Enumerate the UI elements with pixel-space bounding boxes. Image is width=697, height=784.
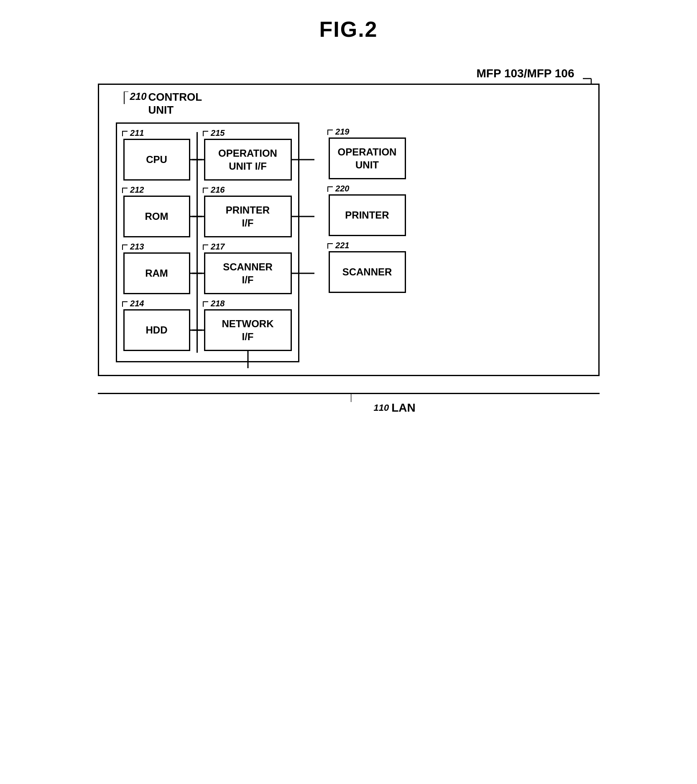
cpu-box: 211 CPU bbox=[123, 139, 190, 181]
cpu-ref: 211 bbox=[122, 128, 144, 138]
scanner-label: SCANNER bbox=[342, 265, 392, 278]
ram-box: 213 RAM bbox=[123, 252, 190, 294]
rom-ref: 212 bbox=[122, 185, 144, 195]
lan-name: LAN bbox=[391, 401, 416, 415]
op-unit-if-right-conn bbox=[292, 159, 314, 160]
lan-label: 110 LAN bbox=[374, 401, 416, 415]
control-unit-text1: CONTROL bbox=[148, 91, 202, 104]
control-unit-text2: UNIT bbox=[148, 104, 202, 117]
control-unit-label: 210 CONTROL UNIT bbox=[120, 91, 202, 117]
ram-ref: 213 bbox=[122, 242, 144, 252]
scanner-if-left-conn bbox=[192, 273, 204, 274]
printer-if-label: PRINTERI/F bbox=[226, 204, 270, 229]
hdd-ref: 214 bbox=[122, 299, 144, 308]
network-to-lan-line bbox=[247, 350, 248, 368]
op-unit-if-left-conn bbox=[192, 159, 204, 160]
op-unit-box: 219 OPERATIONUNIT bbox=[329, 137, 406, 179]
ram-label: RAM bbox=[145, 267, 168, 280]
scanner-if-ref: 217 bbox=[203, 242, 225, 252]
printer-ref: 220 bbox=[327, 184, 350, 193]
hdd-label: HDD bbox=[146, 323, 168, 336]
op-unit-if-box: 215 OPERATIONUNIT I/F bbox=[204, 139, 292, 181]
printer-if-right-conn bbox=[292, 216, 314, 217]
lan-section: 110 LAN bbox=[98, 376, 600, 439]
scanner-if-right-conn bbox=[292, 273, 314, 274]
op-unit-if-ref: 215 bbox=[203, 128, 225, 138]
rom-label: ROM bbox=[145, 210, 169, 223]
lan-ref: 110 bbox=[374, 402, 389, 413]
scanner-ref: 221 bbox=[327, 241, 350, 250]
printer-if-ref: 216 bbox=[203, 185, 225, 195]
mid-column: 215 OPERATIONUNIT I/F 216 bbox=[198, 124, 298, 361]
printer-label: PRINTER bbox=[345, 209, 389, 221]
right-column: 219 OPERATIONUNIT 220 PRINTER bbox=[320, 122, 412, 301]
op-unit-ref: 219 bbox=[327, 127, 350, 137]
network-if-box: 218 NETWORKI/F bbox=[204, 309, 292, 351]
scanner-if-box: 217 SCANNERI/F bbox=[204, 252, 292, 294]
left-column: 211 CPU 212 ROM bbox=[117, 124, 197, 361]
fig-title: FIG.2 bbox=[319, 17, 378, 42]
scanner-box: 221 SCANNER bbox=[329, 251, 406, 293]
network-if-ref: 218 bbox=[203, 299, 225, 308]
op-unit-if-label: OPERATIONUNIT I/F bbox=[218, 147, 277, 173]
op-unit-label: OPERATIONUNIT bbox=[338, 145, 397, 171]
network-if-label: NETWORKI/F bbox=[222, 317, 274, 343]
rom-box: 212 ROM bbox=[123, 196, 190, 237]
printer-if-box: 216 PRINTERI/F bbox=[204, 196, 292, 237]
hdd-box: 214 HDD bbox=[123, 309, 190, 351]
mfp-label: MFP 103/MFP 106 bbox=[477, 67, 574, 80]
control-unit-box: 210 CONTROL UNIT 211 bbox=[98, 84, 600, 376]
control-unit-ref: 210 bbox=[130, 91, 147, 102]
printer-if-left-conn bbox=[192, 216, 204, 217]
lan-line bbox=[98, 393, 600, 394]
inner-bus-box: 211 CPU 212 ROM bbox=[116, 122, 299, 362]
scanner-if-label: SCANNERI/F bbox=[223, 260, 273, 286]
cpu-label: CPU bbox=[146, 153, 167, 166]
printer-box: 220 PRINTER bbox=[329, 194, 406, 236]
network-if-left-conn bbox=[192, 330, 204, 331]
